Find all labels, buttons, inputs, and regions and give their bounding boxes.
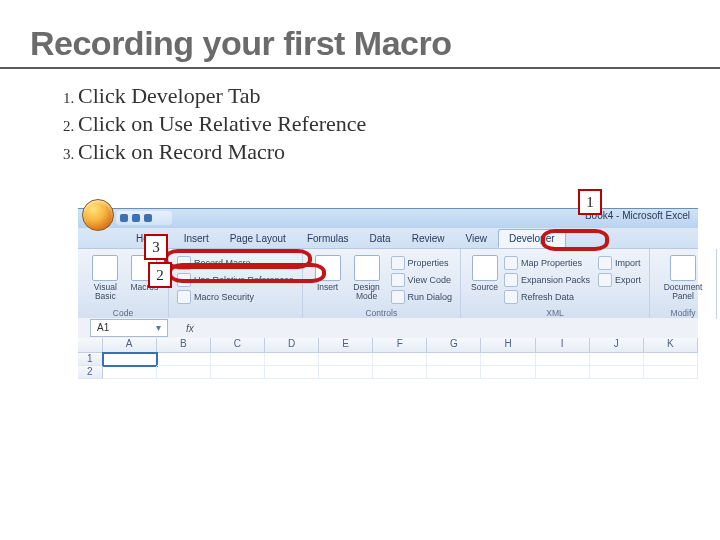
visual-basic-icon [92,255,118,281]
step-list: Click Developer Tab Click on Use Relativ… [40,83,690,165]
cell[interactable] [265,353,319,366]
col-header[interactable]: G [427,338,481,352]
cell[interactable] [319,366,373,379]
spreadsheet-grid[interactable]: A B C D E F G H I J K 1 [78,338,698,378]
view-code-icon [391,273,405,287]
qat-undo-icon[interactable] [132,214,140,222]
cell[interactable] [373,353,427,366]
col-header[interactable]: F [373,338,427,352]
qat-save-icon[interactable] [120,214,128,222]
refresh-icon [504,290,518,304]
expansion-packs-button[interactable]: Expansion Packs [502,272,592,288]
design-mode-icon [354,255,380,281]
cell[interactable] [157,366,211,379]
map-properties-button[interactable]: Map Properties [502,255,592,271]
col-header[interactable]: A [103,338,157,352]
name-box[interactable]: A1▾ [90,319,168,337]
cell[interactable] [211,366,265,379]
view-code-button[interactable]: View Code [389,272,455,288]
step-1: Click Developer Tab [78,83,690,109]
import-icon [598,256,612,270]
cell[interactable] [427,366,481,379]
fx-icon[interactable]: fx [186,323,194,334]
col-header[interactable]: C [211,338,265,352]
xml-source-button[interactable]: Source [467,253,502,305]
cell[interactable] [211,353,265,366]
run-dialog-button[interactable]: Run Dialog [389,289,455,305]
cell[interactable] [103,366,157,379]
cell[interactable] [319,353,373,366]
macro-security-button[interactable]: Macro Security [175,289,296,305]
callout-2-ring [168,263,326,283]
step-3: Click on Record Macro [78,139,690,165]
callout-2: 2 [148,262,172,288]
group-controls-label: Controls [303,308,461,318]
tab-review[interactable]: Review [402,230,456,247]
cell[interactable] [590,353,644,366]
cell[interactable] [481,366,535,379]
run-dialog-icon [391,290,405,304]
tab-view[interactable]: View [455,230,498,247]
cell[interactable] [536,366,590,379]
cell[interactable] [373,366,427,379]
tab-page-layout[interactable]: Page Layout [220,230,297,247]
page-title: Recording your first Macro [30,24,690,63]
security-icon [177,290,191,304]
xml-source-icon [472,255,498,281]
refresh-data-button[interactable]: Refresh Data [502,289,592,305]
map-properties-icon [504,256,518,270]
export-icon [598,273,612,287]
group-code-label: Code [78,308,168,318]
group-modify-label: Modify [650,308,716,318]
cell-a1[interactable] [103,353,157,366]
select-all-corner[interactable] [78,338,103,352]
divider [0,67,720,69]
callout-3: 3 [144,234,168,260]
properties-button[interactable]: Properties [389,255,455,271]
document-panel-button[interactable]: DocumentPanel [656,253,710,302]
xml-export-button[interactable]: Export [596,272,643,288]
tab-formulas[interactable]: Formulas [297,230,360,247]
xml-import-button[interactable]: Import [596,255,643,271]
cell[interactable] [536,353,590,366]
cell[interactable] [590,366,644,379]
qat-redo-icon[interactable] [144,214,152,222]
col-header[interactable]: K [644,338,698,352]
design-mode-button[interactable]: DesignMode [347,253,387,305]
col-header[interactable]: H [481,338,535,352]
quick-access-toolbar[interactable] [116,211,172,225]
col-header[interactable]: I [536,338,590,352]
properties-icon [391,256,405,270]
cell[interactable] [157,353,211,366]
expansion-packs-icon [504,273,518,287]
callout-1: 1 [578,189,602,215]
cell[interactable] [481,353,535,366]
screenshot: 1 3 2 Book4 - Microsoft Excel Home Inser… [78,191,698,376]
tab-data[interactable]: Data [360,230,402,247]
col-header[interactable]: D [265,338,319,352]
tab-insert[interactable]: Insert [174,230,220,247]
document-panel-icon [670,255,696,281]
visual-basic-button[interactable]: VisualBasic [84,253,127,302]
group-xml-label: XML [461,308,649,318]
col-header[interactable]: J [590,338,644,352]
cell[interactable] [644,353,698,366]
step-2: Click on Use Relative Reference [78,111,690,137]
office-button-icon[interactable] [82,199,114,231]
callout-1-ring [541,229,609,251]
row-header[interactable]: 2 [78,366,103,379]
row-header[interactable]: 1 [78,353,103,366]
col-header[interactable]: B [157,338,211,352]
col-header[interactable]: E [319,338,373,352]
cell[interactable] [427,353,481,366]
cell[interactable] [644,366,698,379]
formula-bar: A1▾ fx [78,318,698,339]
cell[interactable] [265,366,319,379]
chevron-down-icon[interactable]: ▾ [156,320,161,336]
